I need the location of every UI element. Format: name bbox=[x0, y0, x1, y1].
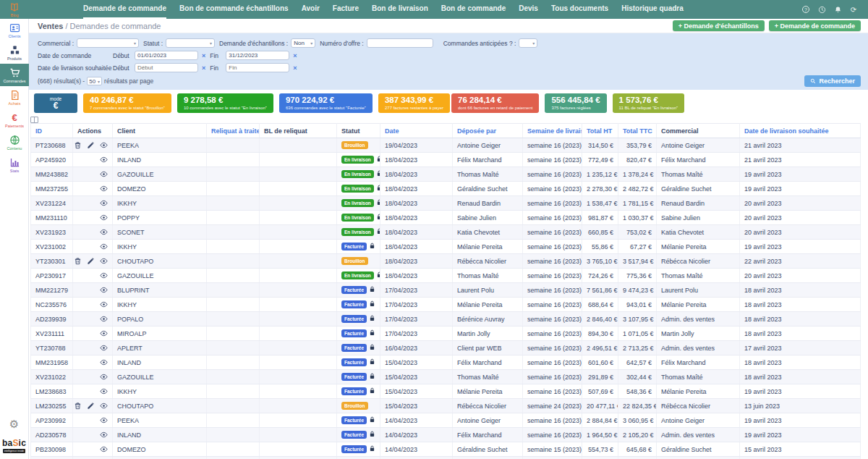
sidebar-item-contenu[interactable]: Contenu bbox=[0, 131, 29, 153]
column-header-date[interactable]: Date bbox=[380, 124, 453, 138]
per-page-select[interactable]: 50▾ bbox=[87, 77, 102, 85]
eye-icon[interactable] bbox=[100, 199, 108, 207]
column-header-date-de-livraison-souhait-e[interactable]: Date de livraison souhaitée bbox=[740, 124, 861, 138]
clear-date-livraison-end-icon[interactable]: × bbox=[293, 64, 297, 72]
eye-icon[interactable] bbox=[100, 257, 108, 265]
nav-tab-2[interactable]: Bon de commande échantillons bbox=[179, 0, 289, 19]
eye-icon[interactable] bbox=[100, 271, 108, 279]
cell-actions bbox=[73, 327, 113, 341]
nav-tab-7[interactable]: Devis bbox=[519, 0, 538, 19]
trash-icon[interactable] bbox=[74, 141, 82, 149]
eye-icon[interactable] bbox=[100, 387, 108, 395]
nav-tab-3[interactable]: Avoir bbox=[302, 0, 320, 19]
card-caption: 10 commandes avec le statut "En livraiso… bbox=[184, 105, 267, 111]
cell-deposee-par: Thomas Maîté bbox=[453, 167, 523, 182]
offre-input[interactable] bbox=[367, 38, 433, 48]
pencil-icon[interactable] bbox=[87, 257, 95, 265]
cell-reliquat bbox=[207, 240, 260, 254]
pencil-icon[interactable] bbox=[87, 141, 95, 149]
eye-icon[interactable] bbox=[100, 185, 108, 193]
eye-icon[interactable] bbox=[100, 286, 108, 294]
column-settings-icon[interactable] bbox=[30, 117, 38, 123]
column-header-id[interactable]: ID bbox=[31, 124, 73, 138]
eye-icon[interactable] bbox=[100, 141, 108, 149]
clear-date-livraison-start-icon[interactable]: × bbox=[202, 64, 205, 72]
nav-tab-8[interactable]: Tous documents bbox=[551, 0, 608, 19]
column-header-d-pos-e-par[interactable]: Déposée par bbox=[453, 124, 523, 138]
app-logo: baSic bbox=[2, 438, 26, 448]
sidebar-item-commandes[interactable]: Commandes bbox=[0, 64, 29, 86]
cell-reliquat bbox=[207, 196, 260, 211]
cell-deposee-par: Renaud Bardin bbox=[453, 196, 523, 211]
new-order-request-button[interactable]: + Demande de commande bbox=[769, 20, 861, 31]
commercial-select[interactable]: ▾ bbox=[77, 38, 139, 48]
echantillons-select[interactable]: Non▾ bbox=[291, 38, 315, 48]
lock-icon bbox=[369, 431, 375, 439]
sidebar-item-blog[interactable]: Blog bbox=[0, 0, 29, 19]
clear-date-commande-end-icon[interactable]: × bbox=[293, 52, 297, 59]
table-row: PT230688PEEKABrouillon19/04/2023Antoine … bbox=[31, 138, 861, 153]
summary-card-7: 1 573,76 €11 BL de reliquat "En livraiso… bbox=[613, 93, 685, 113]
sidebar-item-clients[interactable]: Clients bbox=[0, 19, 29, 41]
cell-statut: En livraison bbox=[337, 167, 380, 182]
cell-date-livraison-souhaitee: 18 avril 2023 bbox=[740, 370, 861, 384]
cell-deposee-par: Martin Jolly bbox=[453, 327, 523, 341]
new-sample-request-button[interactable]: + Demande d'échantillons bbox=[673, 20, 765, 31]
column-header-reliquat-traiter-[interactable]: Reliquat à traiter ? bbox=[207, 124, 260, 138]
eye-icon[interactable] bbox=[100, 156, 108, 164]
sidebar-item-produits[interactable]: Produits bbox=[0, 41, 29, 64]
eye-icon[interactable] bbox=[100, 170, 108, 178]
cell-reliquat bbox=[207, 153, 260, 167]
pencil-icon[interactable] bbox=[87, 402, 95, 410]
eye-icon[interactable] bbox=[100, 243, 108, 250]
sidebar-item-stats[interactable]: Stats bbox=[0, 153, 29, 176]
eye-icon[interactable] bbox=[100, 344, 108, 352]
column-header-total-ttc[interactable]: Total TTC bbox=[618, 124, 657, 138]
search-button[interactable]: Rechercher bbox=[804, 75, 861, 87]
eye-icon[interactable] bbox=[100, 431, 108, 439]
eye-icon[interactable] bbox=[100, 329, 108, 337]
mode-toggle-card[interactable]: mode € bbox=[34, 93, 77, 113]
eye-icon[interactable] bbox=[100, 445, 108, 453]
date-livraison-start-input[interactable] bbox=[135, 63, 198, 72]
cell-deposee-par: Client par WEB bbox=[453, 341, 523, 355]
cell-reliquat bbox=[207, 167, 260, 182]
column-header-total-ht[interactable]: Total HT bbox=[582, 124, 618, 138]
eye-icon[interactable] bbox=[100, 214, 108, 222]
refresh-icon[interactable]: ⟳ bbox=[849, 5, 858, 14]
nav-tab-4[interactable]: Facture bbox=[333, 0, 359, 19]
statut-select[interactable]: ▾ bbox=[166, 38, 215, 48]
eye-icon[interactable] bbox=[100, 373, 108, 381]
sidebar-item-paiements[interactable]: €Paiements bbox=[0, 109, 29, 131]
card-caption: 11 BL de reliquat "En livraison" bbox=[619, 105, 678, 111]
cell-bl-reliquat bbox=[260, 240, 337, 254]
clear-date-commande-start-icon[interactable]: × bbox=[202, 52, 205, 59]
eye-icon[interactable] bbox=[100, 416, 108, 424]
eye-icon[interactable] bbox=[100, 228, 108, 236]
sidebar-item-achats[interactable]: Achats bbox=[0, 86, 29, 109]
anticipees-select[interactable]: ▾ bbox=[519, 38, 537, 48]
eye-icon[interactable] bbox=[100, 315, 108, 323]
clock-icon[interactable] bbox=[817, 5, 826, 14]
nav-tab-9[interactable]: Historique quadra bbox=[621, 0, 684, 19]
date-commande-start-input[interactable] bbox=[135, 51, 198, 60]
nav-tab-6[interactable]: Bon de commande bbox=[441, 0, 506, 19]
date-commande-end-input[interactable] bbox=[226, 51, 289, 60]
trash-icon[interactable] bbox=[74, 402, 82, 410]
cell-deposee-par: Mélanie Pereita bbox=[453, 298, 523, 312]
nav-tab-1[interactable]: Demande de commande bbox=[83, 0, 166, 19]
cell-date: 18/04/2023 bbox=[380, 182, 453, 196]
help-icon[interactable]: ? bbox=[801, 5, 810, 14]
trash-icon[interactable] bbox=[74, 257, 82, 265]
cell-statut: Facturée bbox=[337, 283, 380, 298]
date-livraison-end-input[interactable] bbox=[226, 63, 289, 72]
column-header-semaine-de-livraison[interactable]: Semaine de livraison bbox=[523, 124, 582, 138]
eye-icon[interactable] bbox=[100, 402, 108, 410]
cell-statut: Facturée bbox=[337, 327, 380, 341]
nav-tab-5[interactable]: Bon de livraison bbox=[372, 0, 428, 19]
eye-icon[interactable] bbox=[100, 358, 108, 366]
bell-icon[interactable] bbox=[833, 5, 842, 14]
eye-icon[interactable] bbox=[100, 300, 108, 308]
settings-gear-icon[interactable]: ⚙ bbox=[9, 418, 19, 431]
cell-commercial: Mélanie Pereita bbox=[657, 240, 740, 254]
